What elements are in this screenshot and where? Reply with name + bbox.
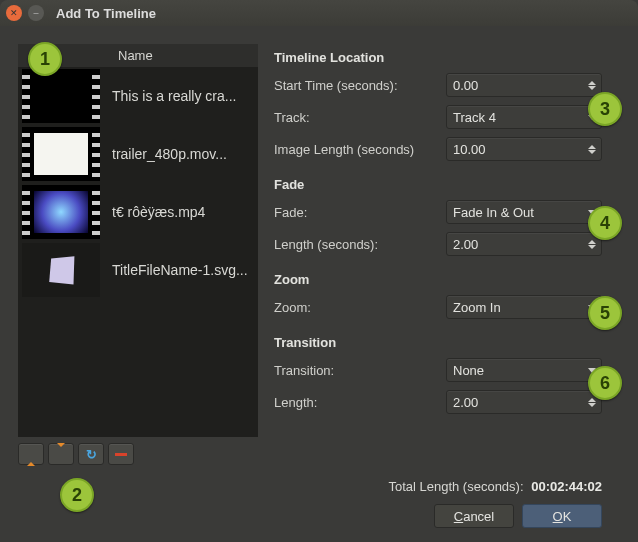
list-item[interactable]: This is a really cra... <box>18 67 258 125</box>
image-length-value: 10.00 <box>453 142 486 157</box>
total-length: Total Length (seconds): 00:02:44:02 <box>388 479 602 494</box>
track-label: Track: <box>274 110 438 125</box>
start-time-label: Start Time (seconds): <box>274 78 438 93</box>
list-item[interactable]: t€ rôèÿæs.mp4 <box>18 183 258 241</box>
fade-label: Fade: <box>274 205 438 220</box>
start-time-value: 0.00 <box>453 78 478 93</box>
annotation-marker-6: 6 <box>588 366 622 400</box>
cancel-button[interactable]: Cancel <box>434 504 514 528</box>
section-zoom: Zoom <box>274 272 602 287</box>
close-icon[interactable]: ✕ <box>6 5 22 21</box>
annotation-marker-1: 1 <box>28 42 62 76</box>
section-fade: Fade <box>274 177 602 192</box>
thumbnail <box>22 243 100 297</box>
transition-length-value: 2.00 <box>453 395 478 410</box>
titlebar: ✕ – Add To Timeline <box>0 0 638 26</box>
thumbnail <box>22 127 100 181</box>
transition-label: Transition: <box>274 363 438 378</box>
list-item[interactable]: trailer_480p.mov... <box>18 125 258 183</box>
window-title: Add To Timeline <box>56 6 156 21</box>
thumbnail <box>22 185 100 239</box>
ok-label: K <box>563 509 572 524</box>
section-timeline-location: Timeline Location <box>274 50 602 65</box>
chevron-up-icon <box>27 447 35 462</box>
minimize-icon[interactable]: – <box>28 5 44 21</box>
fade-length-label: Length (seconds): <box>274 237 438 252</box>
file-list[interactable]: This is a really cra... trailer_480p.mov… <box>18 67 258 437</box>
total-length-value: 00:02:44:02 <box>531 479 602 494</box>
transition-value: None <box>453 363 484 378</box>
fade-length-value: 2.00 <box>453 237 478 252</box>
remove-button[interactable] <box>108 443 134 465</box>
remove-icon <box>115 453 127 456</box>
file-label: trailer_480p.mov... <box>112 146 254 162</box>
dialog-footer: Total Length (seconds): 00:02:44:02 Canc… <box>18 479 602 528</box>
zoom-select[interactable]: Zoom In <box>446 295 602 319</box>
ok-button[interactable]: OK <box>522 504 602 528</box>
zoom-value: Zoom In <box>453 300 501 315</box>
fade-select[interactable]: Fade In & Out <box>446 200 602 224</box>
transition-length-label: Length: <box>274 395 438 410</box>
file-panel: Name This is a really cra... trailer_480… <box>18 44 258 465</box>
image-length-field[interactable]: 10.00 <box>446 137 602 161</box>
transition-length-field[interactable]: 2.00 <box>446 390 602 414</box>
fade-value: Fade In & Out <box>453 205 534 220</box>
track-select[interactable]: Track 4 <box>446 105 602 129</box>
spin-buttons[interactable] <box>585 75 599 95</box>
image-length-label: Image Length (seconds) <box>274 142 438 157</box>
annotation-marker-4: 4 <box>588 206 622 240</box>
fade-length-field[interactable]: 2.00 <box>446 232 602 256</box>
file-label: TitleFileName-1.svg... <box>112 262 254 278</box>
move-down-button[interactable] <box>48 443 74 465</box>
thumbnail <box>22 69 100 123</box>
move-up-button[interactable] <box>18 443 44 465</box>
section-transition: Transition <box>274 335 602 350</box>
transition-select[interactable]: None <box>446 358 602 382</box>
spin-buttons[interactable] <box>585 139 599 159</box>
zoom-label: Zoom: <box>274 300 438 315</box>
refresh-icon: ↻ <box>86 447 97 462</box>
chevron-down-icon <box>57 447 65 462</box>
annotation-marker-3: 3 <box>588 92 622 126</box>
track-value: Track 4 <box>453 110 496 125</box>
file-label: This is a really cra... <box>112 88 254 104</box>
annotation-marker-5: 5 <box>588 296 622 330</box>
settings-panel: Timeline Location Start Time (seconds): … <box>268 44 602 465</box>
annotation-marker-2: 2 <box>60 478 94 512</box>
cancel-label: ancel <box>463 509 494 524</box>
list-item[interactable]: TitleFileName-1.svg... <box>18 241 258 299</box>
total-length-label: Total Length (seconds): <box>388 479 523 494</box>
file-label: t€ rôèÿæs.mp4 <box>112 204 254 220</box>
list-toolbar: ↻ <box>18 443 258 465</box>
start-time-field[interactable]: 0.00 <box>446 73 602 97</box>
shuffle-button[interactable]: ↻ <box>78 443 104 465</box>
